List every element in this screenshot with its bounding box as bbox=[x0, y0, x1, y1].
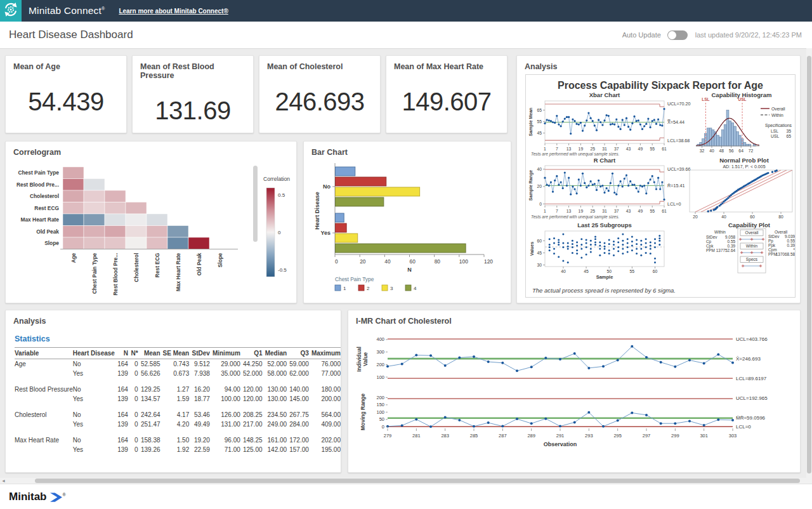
svg-text:3: 3 bbox=[390, 286, 393, 291]
svg-text:61: 61 bbox=[662, 147, 667, 151]
kpi-label: Mean of Max Heart Rate bbox=[386, 56, 507, 71]
svg-text:Tests are performed with unequ: Tests are performed with unequal sample … bbox=[531, 152, 620, 157]
svg-text:295: 295 bbox=[613, 433, 622, 439]
svg-text:Capability Plot: Capability Plot bbox=[728, 221, 771, 228]
svg-text:Specs: Specs bbox=[746, 257, 758, 262]
svg-text:100: 100 bbox=[376, 409, 384, 415]
svg-text:Max Heart Rate: Max Heart Rate bbox=[175, 253, 181, 291]
svg-text:100: 100 bbox=[376, 374, 384, 380]
svg-text:0: 0 bbox=[382, 424, 384, 430]
svg-text:1: 1 bbox=[544, 147, 546, 151]
horizontal-scrollbar[interactable]: ◄ bbox=[0, 478, 806, 484]
svg-text:40: 40 bbox=[537, 167, 542, 171]
svg-text:45: 45 bbox=[537, 131, 542, 135]
svg-text:Within: Within bbox=[771, 113, 783, 117]
svg-text:49: 49 bbox=[638, 209, 643, 213]
svg-text:20: 20 bbox=[537, 184, 542, 188]
panel-title: Correlogram bbox=[6, 142, 296, 157]
svg-text:Old Peak: Old Peak bbox=[36, 228, 59, 235]
svg-text:X̿=54.44: X̿=54.44 bbox=[667, 119, 684, 125]
svg-text:Chest Pain Type: Chest Pain Type bbox=[18, 169, 59, 176]
svg-text:137752.64: 137752.64 bbox=[716, 248, 736, 253]
svg-text:32: 32 bbox=[700, 149, 705, 153]
svg-text:43: 43 bbox=[626, 209, 631, 213]
svg-text:25: 25 bbox=[590, 209, 595, 213]
svg-text:Chest Pain Type: Chest Pain Type bbox=[91, 253, 98, 294]
svg-text:61: 61 bbox=[662, 209, 667, 213]
svg-text:Heart Disease: Heart Disease bbox=[314, 192, 320, 230]
svg-text:72: 72 bbox=[749, 149, 754, 153]
learn-more-link[interactable]: Learn more about Minitab Connect® bbox=[119, 8, 228, 15]
svg-text:40: 40 bbox=[384, 258, 391, 265]
svg-text:LSL: LSL bbox=[771, 129, 778, 133]
svg-text:55: 55 bbox=[630, 269, 635, 274]
kpi-value: 131.69 bbox=[133, 96, 253, 125]
svg-text:R̄=15.41: R̄=15.41 bbox=[667, 183, 684, 188]
kpi-card-mean-max-hr: Mean of Max Heart Rate 149.607 bbox=[386, 55, 508, 133]
svg-text:50: 50 bbox=[379, 416, 384, 422]
scroll-left-arrow-icon[interactable]: ◄ bbox=[1, 479, 6, 483]
stats-col-header: Maximum bbox=[309, 348, 341, 359]
svg-text:43: 43 bbox=[626, 147, 631, 151]
svg-text:Overall: Overall bbox=[775, 230, 787, 234]
svg-text:0: 0 bbox=[539, 202, 542, 206]
sixpack-figure: Process Capability Sixpack Report for Ag… bbox=[525, 74, 796, 298]
svg-text:*: * bbox=[794, 248, 796, 252]
svg-text:31: 31 bbox=[602, 147, 607, 151]
barchart-panel: Bar Chart NoYes020406080100120NHeart Dis… bbox=[303, 141, 511, 303]
svg-text:Sample: Sample bbox=[596, 274, 613, 280]
svg-text:0.39: 0.39 bbox=[728, 244, 736, 248]
page-header: Heart Disease Dashboard Auto Update last… bbox=[0, 22, 812, 49]
page-title: Heart Disease Dashboard bbox=[9, 29, 133, 41]
top-bar: Minitab Connect® Learn more about Minita… bbox=[0, 0, 812, 22]
svg-text:4: 4 bbox=[414, 286, 417, 291]
svg-text:31: 31 bbox=[602, 209, 607, 213]
vertical-scroll-thumb[interactable] bbox=[807, 56, 811, 473]
svg-text:7: 7 bbox=[556, 147, 558, 151]
svg-text:No: No bbox=[323, 183, 331, 190]
table-row: AgeNo164052.5850.7439.51229.00044.25052.… bbox=[15, 359, 341, 369]
svg-text:StDev: StDev bbox=[706, 235, 717, 239]
svg-text:13: 13 bbox=[566, 147, 572, 151]
kpi-card-mean-age: Mean of Age 54.439 bbox=[5, 55, 127, 133]
svg-text:Overall: Overall bbox=[745, 230, 759, 235]
auto-update-toggle[interactable] bbox=[667, 30, 688, 40]
svg-text:Process Capability Sixpack Rep: Process Capability Sixpack Report for Ag… bbox=[558, 80, 763, 91]
svg-text:Slope: Slope bbox=[217, 253, 223, 267]
svg-text:297: 297 bbox=[643, 433, 651, 439]
svg-text:281: 281 bbox=[412, 433, 421, 439]
svg-text:120: 120 bbox=[484, 258, 493, 265]
svg-text:45: 45 bbox=[537, 251, 542, 255]
svg-text:37: 37 bbox=[614, 147, 619, 151]
svg-text:Individual: Individual bbox=[356, 347, 362, 372]
svg-text:M̄R̄=59.0596: M̄R̄=59.0596 bbox=[736, 415, 766, 421]
table-row: Yes1390134.571.5918.77100.00120.00130.00… bbox=[15, 394, 341, 404]
table-spacer-row bbox=[15, 378, 341, 385]
brand-name: Minitab Connect® bbox=[29, 5, 105, 17]
panel-title: Analysis bbox=[6, 310, 341, 326]
svg-text:55: 55 bbox=[537, 119, 542, 124]
page-footer: Minitab ® bbox=[0, 484, 812, 509]
svg-text:137068.58: 137068.58 bbox=[776, 252, 795, 256]
table-spacer-row bbox=[15, 404, 341, 410]
stats-col-header: N* bbox=[128, 348, 138, 359]
svg-text:Old Peak: Old Peak bbox=[196, 253, 202, 275]
stats-table-header: VariableHeart DiseaseNN*MeanSE MeanStDev… bbox=[15, 348, 341, 359]
svg-text:0: 0 bbox=[335, 258, 338, 265]
svg-text:49: 49 bbox=[638, 147, 643, 151]
svg-text:80: 80 bbox=[435, 258, 441, 265]
svg-text:9.039: 9.039 bbox=[785, 234, 795, 239]
svg-text:1: 1 bbox=[544, 209, 546, 213]
auto-update-label: Auto Update bbox=[622, 31, 661, 39]
svg-text:60: 60 bbox=[410, 258, 416, 265]
svg-text:64: 64 bbox=[738, 149, 743, 153]
vertical-scrollbar[interactable] bbox=[806, 48, 812, 509]
svg-text:LCL=0: LCL=0 bbox=[667, 201, 681, 207]
svg-text:30: 30 bbox=[537, 263, 542, 267]
horizontal-scroll-thumb[interactable] bbox=[35, 479, 800, 483]
svg-text:65: 65 bbox=[537, 108, 542, 112]
svg-text:Rest Blood Pre...: Rest Blood Pre... bbox=[16, 182, 59, 188]
sync-gear-icon bbox=[3, 2, 18, 20]
svg-text:Overall: Overall bbox=[771, 107, 785, 111]
svg-text:Rest ECG: Rest ECG bbox=[154, 253, 160, 278]
